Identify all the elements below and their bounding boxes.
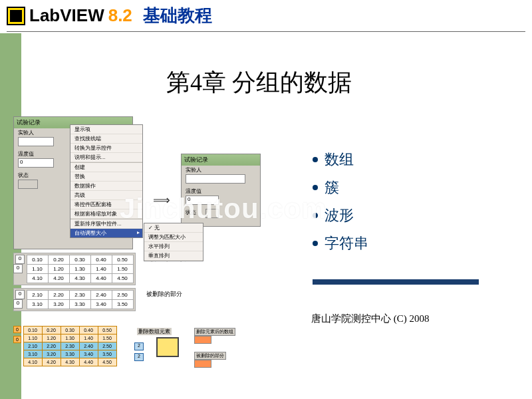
array-cells: 2.102.202.302.402.50 3.103.203.303.403.5… [27, 290, 134, 309]
array-indicator-1: 0 0.100.200.300.400.50 1.101.201.301.401… [13, 253, 136, 285]
experimenter-label: 实验人 [18, 129, 34, 136]
indicator-terminal-icon [194, 336, 211, 344]
index-display[interactable]: 0 [15, 255, 25, 264]
footer-text: 唐山学院测控中心 (C) 2008 [311, 313, 430, 325]
bd-index[interactable]: 0 [13, 336, 21, 343]
temperature-label: 温度值 [18, 150, 34, 158]
bullet-icon [313, 185, 318, 190]
status-led[interactable] [18, 180, 38, 189]
indicator-label: 被删除的部分 [194, 352, 226, 360]
submenu-item[interactable]: 垂直排列 [144, 251, 203, 261]
bullet-icon [313, 157, 318, 162]
header-divider [7, 31, 525, 32]
logo-text: LabVIEW [29, 5, 104, 26]
submenu-item[interactable]: 调整为匹配大小 [144, 233, 203, 242]
labview-screenshot: 试验记录 实验人 温度值 0 状态 显示项 查找接线端 转换为显示控件 说明和提… [7, 116, 273, 382]
experimenter-label: 实验人 [186, 166, 201, 174]
menu-item[interactable]: 转换为显示控件 [70, 144, 142, 153]
status-label: 状态 [18, 172, 29, 179]
topic-item: 字符串 [313, 233, 368, 253]
header-bar: LabVIEW 8.2 基础教程 [0, 0, 532, 31]
array-indicator-2: 0 2.102.202.302.402.50 3.103.203.303.403… [13, 288, 136, 311]
menu-item[interactable]: 替换 [70, 172, 142, 182]
menu-item[interactable]: 创建 [70, 163, 142, 172]
bd-index[interactable]: 0 [13, 326, 21, 333]
array-label: 被删除的部分 [146, 290, 182, 299]
topic-item: 数组 [313, 150, 368, 170]
menu-item[interactable]: 显示项 [70, 125, 142, 134]
menu-item-highlighted[interactable]: 自动调整大小 [70, 229, 142, 237]
index-display[interactable]: 0 [13, 264, 23, 273]
bd-cells: 0.100.200.300.400.50 1.101.201.301.401.5… [23, 326, 117, 366]
output-indicator-1: 删除元素后的数组 [193, 328, 237, 344]
watermark-text: Jinchutou.com [120, 193, 327, 225]
experimenter-field[interactable] [186, 174, 245, 184]
menu-item[interactable]: 查找接线端 [70, 134, 142, 144]
submenu-item[interactable]: 无 [144, 223, 203, 233]
numeric-constant[interactable]: 2 [134, 342, 144, 350]
output-indicator-2: 被删除的部分 [193, 352, 227, 368]
array-cells: 0.100.200.300.400.50 1.101.201.301.401.5… [27, 255, 134, 283]
experimenter-field[interactable] [18, 137, 54, 146]
index-display[interactable]: 0 [13, 299, 23, 309]
topic-label: 波形 [325, 205, 354, 225]
bd-array-constant: 0 0.100.200.300.400.50 1.101.201.301.401… [13, 326, 117, 366]
submenu[interactable]: 无 调整为匹配大小 水平排列 垂直排列 [144, 223, 203, 261]
header-subtitle: 基础教程 [143, 4, 212, 27]
panel-title: 试验记录 [182, 154, 260, 166]
underline-bar [313, 279, 479, 285]
bullet-icon [313, 241, 318, 246]
indicator-terminal-icon [194, 360, 211, 368]
indicator-label: 删除元素后的数组 [194, 328, 235, 336]
topic-label: 数组 [325, 150, 354, 170]
topic-label: 字符串 [325, 233, 368, 253]
menu-item[interactable]: 说明和提示... [70, 153, 142, 162]
index-display[interactable]: 0 [15, 290, 25, 299]
function-node-label: 删除数组元素 [137, 328, 172, 335]
chapter-title: 第4章 分组的数据 [166, 66, 352, 99]
submenu-item[interactable]: 水平排列 [144, 242, 203, 251]
labview-logo-icon [7, 7, 25, 25]
temperature-field[interactable]: 0 [18, 158, 54, 168]
menu-item[interactable]: 数据操作 [70, 182, 142, 191]
numeric-constant[interactable]: 2 [134, 353, 144, 361]
version-text: 8.2 [108, 5, 132, 26]
delete-array-node-icon[interactable] [156, 337, 179, 357]
